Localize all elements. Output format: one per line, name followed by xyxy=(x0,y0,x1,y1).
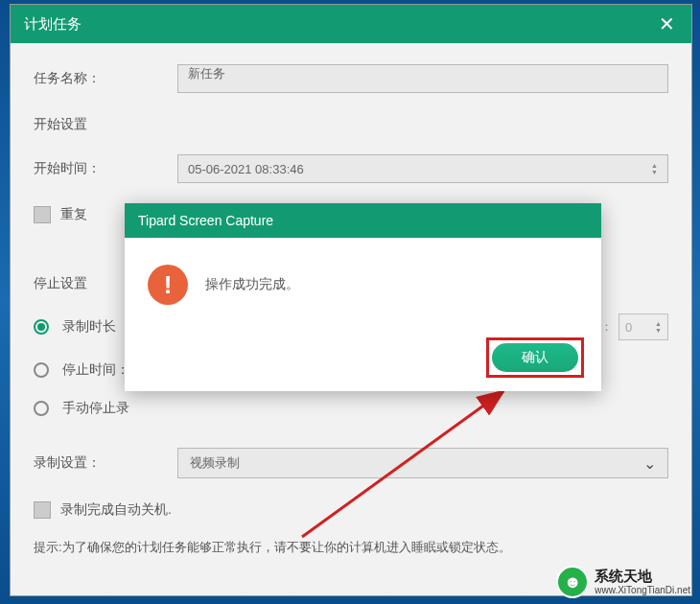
radio-manual-stop[interactable] xyxy=(34,401,49,416)
manual-stop-row: 手动停止录 xyxy=(34,400,668,417)
record-mode-dropdown[interactable]: 视频录制 ⌄ xyxy=(177,448,668,478)
start-section-label: 开始设置 xyxy=(34,116,668,133)
ok-button[interactable]: 确认 xyxy=(492,343,578,372)
start-time-value: 05-06-2021 08:33:46 xyxy=(188,162,304,176)
task-name-row: 任务名称： 新任务 xyxy=(34,64,668,93)
close-icon[interactable]: ✕ xyxy=(655,12,678,35)
repeat-checkbox[interactable] xyxy=(34,206,51,223)
radio-manual-stop-label: 手动停止录 xyxy=(62,400,129,417)
watermark-logo-icon: ☻ xyxy=(556,566,589,598)
radio-stop-time[interactable] xyxy=(34,362,49,378)
spinner-icon[interactable]: ▲▼ xyxy=(651,162,658,175)
modal-message: 操作成功完成。 xyxy=(205,276,299,293)
task-name-label: 任务名称： xyxy=(34,70,177,87)
auto-shutdown-row: 录制完成自动关机. xyxy=(34,501,668,519)
modal-title: Tipard Screen Capture xyxy=(138,213,273,228)
modal-title-bar: Tipard Screen Capture xyxy=(125,203,601,238)
tip-text: 提示:为了确保您的计划任务能够正常执行，请不要让你的计算机进入睡眠或锁定状态。 xyxy=(34,538,668,557)
record-section-label: 录制设置： xyxy=(34,454,177,472)
loop-value: 0 xyxy=(625,320,632,335)
loop-input[interactable]: 0 ▲▼ xyxy=(618,314,668,340)
auto-shutdown-checkbox[interactable] xyxy=(34,501,51,519)
task-name-input[interactable]: 新任务 xyxy=(177,64,668,93)
auto-shutdown-label: 录制完成自动关机. xyxy=(60,501,172,519)
ok-button-highlight: 确认 xyxy=(486,337,584,378)
watermark: ☻ 系统天地 www.XiTongTianDi.net xyxy=(556,566,690,598)
window-title: 计划任务 xyxy=(24,15,82,34)
radio-duration[interactable] xyxy=(34,319,49,335)
chevron-down-icon: ⌄ xyxy=(643,454,656,473)
modal-footer: 确认 xyxy=(486,337,584,378)
loop-spinner-icon[interactable]: ▲▼ xyxy=(655,320,662,334)
watermark-text: 系统天地 www.XiTongTianDi.net xyxy=(595,569,690,595)
exclamation-icon: ! xyxy=(148,265,188,305)
start-time-label: 开始时间： xyxy=(34,160,177,177)
radio-duration-label: 录制时长 xyxy=(62,318,116,336)
modal-body: ! 操作成功完成。 xyxy=(125,238,601,305)
start-time-row: 开始时间： 05-06-2021 08:33:46 ▲▼ xyxy=(34,154,668,183)
record-mode-row: 录制设置： 视频录制 ⌄ xyxy=(34,448,668,478)
record-mode-value: 视频录制 xyxy=(190,454,240,472)
radio-stop-time-label: 停止时间： xyxy=(62,361,129,379)
repeat-label: 重复 xyxy=(60,206,87,223)
title-bar: 计划任务 ✕ xyxy=(11,5,691,43)
watermark-zh: 系统天地 xyxy=(595,569,690,585)
start-time-input[interactable]: 05-06-2021 08:33:46 ▲▼ xyxy=(177,154,668,183)
success-modal: Tipard Screen Capture ! 操作成功完成。 确认 xyxy=(125,203,601,391)
watermark-en: www.XiTongTianDi.net xyxy=(595,585,690,595)
